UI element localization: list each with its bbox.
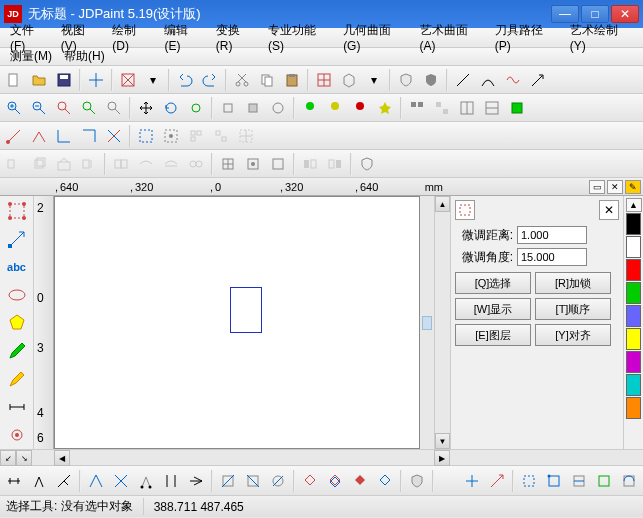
node-edit-icon[interactable]	[3, 226, 31, 252]
cut-icon[interactable]	[230, 68, 254, 92]
t4-1-icon[interactable]	[2, 152, 26, 176]
move-icon[interactable]	[134, 96, 158, 120]
open-file-icon[interactable]	[27, 68, 51, 92]
btn-layer[interactable]: [E]图层	[455, 324, 531, 346]
gear-icon[interactable]	[3, 422, 31, 448]
canvas[interactable]	[54, 196, 420, 449]
tool-c-icon[interactable]	[266, 96, 290, 120]
zoom-all-icon[interactable]	[77, 96, 101, 120]
menu-artdraw[interactable]: 艺术绘制(Y)	[564, 20, 639, 55]
ruler-opt-3-icon[interactable]: ✎	[625, 180, 641, 194]
grid-5-icon[interactable]	[505, 96, 529, 120]
color-swatch[interactable]	[626, 259, 641, 281]
bt-7-icon[interactable]	[159, 469, 183, 493]
bulb-yellow-icon[interactable]	[323, 96, 347, 120]
btn-order[interactable]: [T]顺序	[535, 298, 611, 320]
shield-1-icon[interactable]	[394, 68, 418, 92]
bt-3-icon[interactable]	[52, 469, 76, 493]
grid-1-icon[interactable]	[405, 96, 429, 120]
ruler-opt-1-icon[interactable]: ▭	[589, 180, 605, 194]
wave-icon[interactable]	[501, 68, 525, 92]
horizontal-scrollbar[interactable]: ↙↘ ◀ ▶	[0, 449, 643, 465]
grid4-icon[interactable]	[209, 124, 233, 148]
t4-9-icon[interactable]	[216, 152, 240, 176]
color-swatch[interactable]	[626, 305, 641, 327]
drawn-rectangle[interactable]	[230, 287, 262, 333]
bt-8-icon[interactable]	[184, 469, 208, 493]
bt-arrow-icon[interactable]	[485, 469, 509, 493]
menu-edit[interactable]: 编辑(E)	[158, 20, 209, 55]
bt-4-icon[interactable]	[84, 469, 108, 493]
p5-icon[interactable]	[102, 124, 126, 148]
menu-toolpath[interactable]: 刀具路径(P)	[489, 20, 564, 55]
paste-icon[interactable]	[280, 68, 304, 92]
bt-sq3-icon[interactable]	[567, 469, 591, 493]
grid-2-icon[interactable]	[430, 96, 454, 120]
save-icon[interactable]	[52, 68, 76, 92]
dashbox-2-icon[interactable]	[159, 124, 183, 148]
select-rect-icon[interactable]	[3, 198, 31, 224]
btn-show[interactable]: [W]显示	[455, 298, 531, 320]
t4-8-icon[interactable]	[184, 152, 208, 176]
bt-d2-icon[interactable]	[323, 469, 347, 493]
bt-d3-icon[interactable]	[348, 469, 372, 493]
t4-12-icon[interactable]	[298, 152, 322, 176]
btn-select[interactable]: [Q]选择	[455, 272, 531, 294]
bt-d1-icon[interactable]	[298, 469, 322, 493]
text-icon[interactable]: abc	[3, 254, 31, 280]
t4-7-icon[interactable]	[159, 152, 183, 176]
new-file-icon[interactable]	[2, 68, 26, 92]
btn-align[interactable]: [Y]对齐	[535, 324, 611, 346]
p4-icon[interactable]	[77, 124, 101, 148]
p3-icon[interactable]	[52, 124, 76, 148]
bt-sq5-icon[interactable]	[617, 469, 641, 493]
box3d-icon[interactable]	[337, 68, 361, 92]
measure-icon[interactable]	[3, 394, 31, 420]
menu-artsurface[interactable]: 艺术曲面(A)	[414, 20, 489, 55]
color-swatch[interactable]	[626, 328, 641, 350]
zoom-fit-icon[interactable]	[52, 96, 76, 120]
bt-9-icon[interactable]	[216, 469, 240, 493]
tool-b-icon[interactable]	[241, 96, 265, 120]
copy-icon[interactable]	[255, 68, 279, 92]
t4-13-icon[interactable]	[323, 152, 347, 176]
arrow-icon[interactable]	[526, 68, 550, 92]
zoom-prev-icon[interactable]	[102, 96, 126, 120]
menu-help[interactable]: 帮助(H)	[58, 46, 111, 67]
menu-draw[interactable]: 绘制(D)	[106, 20, 158, 55]
pencil-icon[interactable]	[3, 338, 31, 364]
menu-professional[interactable]: 专业功能(S)	[262, 20, 337, 55]
bt-5-icon[interactable]	[109, 469, 133, 493]
bt-shield-icon[interactable]	[405, 469, 429, 493]
p1-icon[interactable]	[2, 124, 26, 148]
menu-measure[interactable]: 测量(M)	[4, 46, 58, 67]
refresh-icon[interactable]	[184, 96, 208, 120]
bt-6-icon[interactable]	[134, 469, 158, 493]
bt-sq1-icon[interactable]	[517, 469, 541, 493]
color-swatch[interactable]	[626, 213, 641, 235]
bt-10-icon[interactable]	[241, 469, 265, 493]
bt-sq4-icon[interactable]	[592, 469, 616, 493]
t4-4-icon[interactable]	[77, 152, 101, 176]
tool-a-icon[interactable]	[216, 96, 240, 120]
t4-5-icon[interactable]	[109, 152, 133, 176]
undo-icon[interactable]	[173, 68, 197, 92]
ruler-opt-2-icon[interactable]: ✕	[607, 180, 623, 194]
p2-icon[interactable]	[27, 124, 51, 148]
dashbox-1-icon[interactable]	[134, 124, 158, 148]
scroll-left-icon[interactable]: ◀	[54, 450, 70, 466]
menu-transform[interactable]: 变换(R)	[210, 20, 262, 55]
bt-d4-icon[interactable]	[373, 469, 397, 493]
zoom-out-icon[interactable]	[27, 96, 51, 120]
dropdown-2-icon[interactable]: ▾	[362, 68, 386, 92]
color-swatch[interactable]	[626, 374, 641, 396]
grid3-icon[interactable]	[184, 124, 208, 148]
cross-box-icon[interactable]	[116, 68, 140, 92]
rotate-icon[interactable]	[159, 96, 183, 120]
star-icon[interactable]	[373, 96, 397, 120]
bulb-green-icon[interactable]	[298, 96, 322, 120]
line-icon[interactable]	[451, 68, 475, 92]
color-swatch[interactable]	[626, 236, 641, 258]
t4-2-icon[interactable]	[27, 152, 51, 176]
bt-pt-icon[interactable]	[460, 469, 484, 493]
